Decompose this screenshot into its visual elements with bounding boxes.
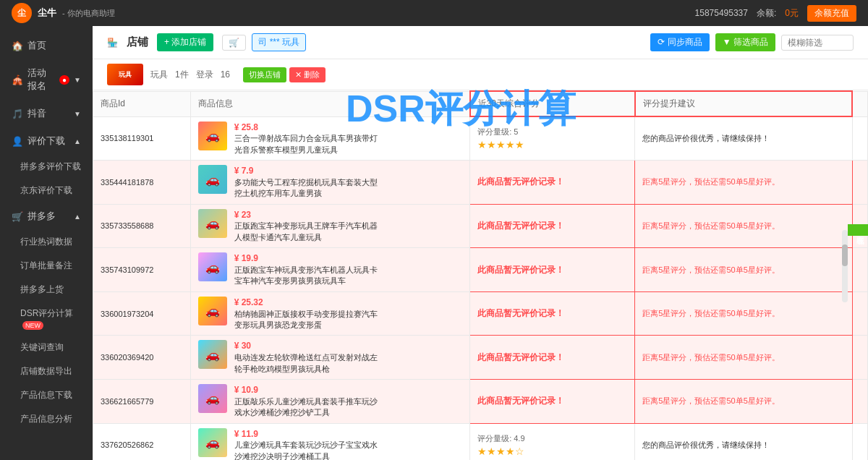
- col-header-extra: [852, 91, 868, 116]
- scrollbar-thumb[interactable]: [842, 244, 848, 266]
- sidebar-item-batch-note[interactable]: 订单批量备注: [0, 254, 93, 278]
- balance-label: 余额:: [757, 7, 776, 20]
- col-header-info: 商品信息: [190, 91, 469, 116]
- products-table: 商品Id 商品信息 近30天综合评分 评分提升建议 335138119301 🚗…: [93, 90, 868, 460]
- cell-id: 336621665779: [93, 379, 191, 423]
- sidebar-item-label: 关键词查询: [20, 342, 64, 352]
- activity-badge: ●: [59, 75, 69, 85]
- sidebar-item-keyword[interactable]: 关键词查询: [0, 336, 93, 359]
- filter-products-button[interactable]: ▼ 筛选商品: [715, 33, 775, 51]
- cell-product-info: 🚗 ¥ 25.32 柏纳驰圆神正版接权手动变形提拉赛汽车变形玩具男孩恐龙变形蛋: [190, 291, 469, 336]
- cell-advice: 距离5星评分，预估还需50单5星好评。: [635, 161, 852, 205]
- cell-score: 评分量级: 5★★★★★: [470, 116, 635, 161]
- chevron-up-icon: ▲: [74, 213, 81, 221]
- sidebar-item-douyin[interactable]: 🎵 抖音 ▼: [0, 100, 93, 127]
- cell-advice: 您的商品评价很优秀，请继续保持！: [635, 116, 852, 161]
- add-store-button[interactable]: + 添加店铺: [157, 33, 213, 51]
- cell-extra: [852, 116, 868, 161]
- sidebar-item-label: 拼多多: [27, 210, 56, 223]
- layout: 🏠 首页 🎪 活动报名 ● ▼ 🎵 抖音 ▼ 👤 评价下载 ▲ 拼多多评价下载 …: [0, 26, 868, 460]
- sidebar-item-jd-review[interactable]: 京东评价下载: [0, 179, 93, 203]
- cell-score: 此商品暂无评价记录！: [470, 161, 635, 205]
- cell-score: 评分量级: 4.9★★★★☆: [470, 423, 635, 460]
- sync-products-button[interactable]: ⟳ 同步商品: [650, 33, 709, 51]
- cell-extra: [852, 291, 868, 336]
- cell-advice: 您的商品评价很优秀，请继续保持！: [635, 423, 852, 460]
- sidebar-item-label: 抖音: [27, 107, 46, 120]
- sidebar-item-dsr[interactable]: DSR评分计算 NEW: [0, 302, 93, 336]
- col-header-advice: 评分提升建议: [635, 91, 852, 116]
- table-row: 335444181878 🚗 ¥ 7.9 多功能大号工程车挖掘机玩具车套装大型挖…: [93, 161, 868, 205]
- sidebar-item-upload[interactable]: 拼多多上货: [0, 278, 93, 302]
- home-icon: 🏠: [12, 41, 23, 51]
- cell-advice: 距离5星评分，预估还需50单5星好评。: [635, 248, 852, 292]
- douyin-icon: 🎵: [12, 108, 23, 119]
- sidebar-item-label: 店铺数据导出: [20, 366, 72, 376]
- sidebar-item-activities[interactable]: 🎪 活动报名 ● ▼: [0, 59, 93, 100]
- user-icon: 👤: [12, 136, 23, 147]
- sidebar-item-product-download[interactable]: 产品信息下载: [0, 383, 93, 407]
- cell-product-info: 🚗 ¥ 25.8 三合一弹射战车回力合金玩具车男孩带灯光音乐警察车模型男儿童玩具: [190, 116, 469, 161]
- table-row: 336001973204 🚗 ¥ 25.32 柏纳驰圆神正版接权手动变形提拉赛汽…: [93, 291, 868, 336]
- table-row: 335743109972 🚗 ¥ 19.9 正版跑宝车神玩具变形汽车机器人玩具卡…: [93, 248, 868, 292]
- search-input[interactable]: [781, 35, 854, 51]
- store-title: 店铺: [127, 35, 148, 49]
- table-row: 335733558688 🚗 ¥ 23 正版跑宝车神变形玩具王牌车手汽车机器人模…: [93, 204, 868, 248]
- sidebar-item-pdd-review[interactable]: 拼多多评价下载: [0, 155, 93, 179]
- store-count-val: 16: [221, 69, 230, 80]
- logo-icon: 尘: [12, 3, 32, 23]
- right-float-panel: 在线客服: [848, 224, 868, 236]
- cell-id: 336001973204: [93, 291, 191, 336]
- delete-store-button[interactable]: ✕ 删除: [289, 67, 326, 82]
- store-info-row: 玩具 玩具 1件 登录 16 切换店铺 ✕ 删除: [93, 59, 868, 90]
- online-service-button[interactable]: 在线客服: [848, 224, 868, 236]
- col-header-id: 商品Id: [93, 91, 191, 116]
- cell-score: 此商品暂无评价记录！: [470, 291, 635, 336]
- store-icon: 🏪: [107, 38, 118, 48]
- topbar: 尘 尘牛 - 你的电商助理 15875495337 余额: 0元 余额充值: [0, 0, 868, 26]
- activity-icon: 🎪: [12, 74, 23, 85]
- chevron-down-icon: ▼: [74, 110, 81, 118]
- balance-val: 0元: [785, 7, 799, 20]
- sidebar-item-home[interactable]: 🏠 首页: [0, 32, 93, 59]
- sidebar-item-store-export[interactable]: 店铺数据导出: [0, 359, 93, 383]
- table-row: 336621665779 🚗 ¥ 10.9 正版敲乐乐儿童沙滩玩具套装手推车玩沙…: [93, 379, 868, 423]
- store-items-label: 玩具: [150, 69, 168, 81]
- sidebar-item-label: 产品信息分析: [20, 414, 72, 424]
- sidebar-item-product-analysis[interactable]: 产品信息分析: [0, 407, 93, 431]
- cart-icon: 🛒: [12, 211, 23, 222]
- store-tab-label: 司 *** 玩具: [258, 37, 299, 47]
- cell-id: 337620526862: [93, 423, 191, 460]
- sidebar-item-review-download[interactable]: 👤 评价下载 ▲: [0, 127, 93, 155]
- topbar-right: 15875495337 余额: 0元 余额充值: [695, 5, 856, 22]
- chevron-up-icon: ▲: [74, 137, 81, 145]
- col-header-score: 近30天综合评分: [470, 91, 635, 116]
- recharge-button[interactable]: 余额充值: [807, 5, 856, 22]
- store-tab-cart-icon: 🛒: [222, 35, 246, 51]
- cell-product-info: 🚗 ¥ 30 电动连发左轮软弹枪送红点可发射对战左轮手枪吃鸡模型男孩玩具枪: [190, 336, 469, 380]
- cell-id: 336020369420: [93, 336, 191, 380]
- switch-store-button[interactable]: 切换店铺: [243, 67, 286, 82]
- sidebar-item-label: 活动报名: [27, 67, 54, 93]
- main-content: 🏪 店铺 + 添加店铺 🛒 司 *** 玩具 ⟳ 同步商品 ▼ 筛选商品 玩具 …: [93, 26, 868, 460]
- cell-score: 此商品暂无评价记录！: [470, 248, 635, 292]
- sidebar-item-label: 行业热词数据: [20, 237, 72, 247]
- topbar-phone: 15875495337: [695, 8, 748, 18]
- sidebar-item-label: 评价下载: [27, 135, 65, 148]
- sidebar-item-label: DSR评分计算: [20, 308, 73, 318]
- cell-score: 此商品暂无评价记录！: [470, 336, 635, 380]
- store-tab-active[interactable]: 司 *** 玩具: [252, 33, 306, 51]
- table-row: 337620526862 🚗 ¥ 11.9 儿童沙滩玩具车套装玩沙玩沙子宝宝戏水…: [93, 423, 868, 460]
- cell-product-info: 🚗 ¥ 11.9 儿童沙滩玩具车套装玩沙玩沙子宝宝戏水沙滩挖沙决明子沙滩桶工具: [190, 423, 469, 460]
- store-tabs: 🛒 司 *** 玩具: [222, 33, 306, 51]
- cell-id: 335733558688: [93, 204, 191, 248]
- scrollbar[interactable]: [842, 230, 848, 302]
- sidebar-item-industry-data[interactable]: 行业热词数据: [0, 230, 93, 254]
- table-row: 335138119301 🚗 ¥ 25.8 三合一弹射战车回力合金玩具车男孩带灯…: [93, 116, 868, 161]
- cell-score: 此商品暂无评价记录！: [470, 379, 635, 423]
- sidebar-item-pdd[interactable]: 🛒 拼多多 ▲: [0, 203, 93, 230]
- logo-text: 尘牛: [38, 7, 56, 20]
- store-header: 🏪 店铺 + 添加店铺 🛒 司 *** 玩具 ⟳ 同步商品 ▼ 筛选商品: [93, 26, 868, 59]
- sidebar-item-label: 首页: [27, 39, 46, 52]
- cell-extra: [852, 161, 868, 205]
